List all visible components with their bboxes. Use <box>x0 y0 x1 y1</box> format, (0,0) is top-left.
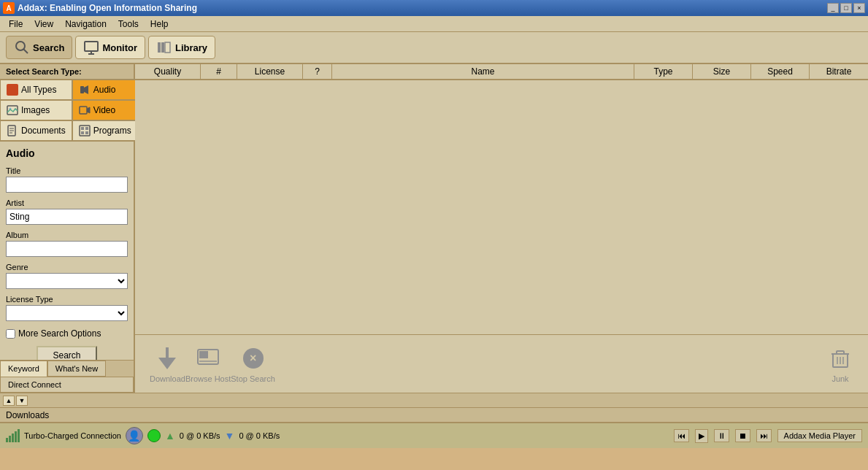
title-field-group: Title <box>6 166 128 193</box>
scroll-down-button[interactable]: ▼ <box>16 396 28 406</box>
video-icon <box>79 104 91 116</box>
tab-keyword[interactable]: Keyword <box>0 361 47 377</box>
col-quality[interactable]: Quality <box>135 64 201 79</box>
search-type-programs[interactable]: Programs <box>72 120 138 141</box>
svg-point-0 <box>16 42 25 50</box>
svg-rect-22 <box>199 351 208 358</box>
titlebar-controls[interactable]: _ □ × <box>827 3 865 13</box>
toolbar-monitor-label: Monitor <box>102 42 137 53</box>
col-bitrate[interactable]: Bitrate <box>810 64 868 79</box>
audio-form: Audio Title Artist Album Genre <box>0 142 134 360</box>
svg-rect-11 <box>80 107 87 114</box>
search-button[interactable]: Search <box>37 346 96 360</box>
documents-icon <box>7 125 18 136</box>
media-play-button[interactable]: ▶ <box>695 429 708 443</box>
status-right: ⏮ ▶ ⏸ ⏹ ⏭ Addax Media Player <box>674 429 862 443</box>
close-button[interactable]: × <box>853 3 865 13</box>
artist-label: Artist <box>6 199 128 207</box>
junk-button[interactable]: Junk <box>827 345 853 383</box>
search-type-audio[interactable]: Audio <box>72 80 138 100</box>
media-next-button[interactable]: ⏭ <box>756 429 772 442</box>
tab-whats-new[interactable]: What's New <box>47 361 106 377</box>
svg-rect-5 <box>158 42 161 53</box>
artist-input[interactable] <box>6 209 128 225</box>
monitor-icon <box>83 39 99 55</box>
download-arrow-icon: ▼ <box>225 430 235 442</box>
status-bar: Turbo-Charged Connection 👤 ▲ 0 @ 0 KB/s … <box>0 422 868 448</box>
toolbar: Search Monitor Library <box>0 32 868 64</box>
minimize-button[interactable]: _ <box>827 3 839 13</box>
search-type-grid: All Types Audio Images <box>0 80 134 142</box>
tab-direct-connect[interactable]: Direct Connect <box>0 377 134 393</box>
browse-host-button[interactable]: Browse Host <box>185 345 231 383</box>
media-stop-button[interactable]: ⏹ <box>735 429 750 442</box>
col-name[interactable]: Name <box>332 64 634 79</box>
toolbar-library-label: Library <box>175 42 207 53</box>
toolbar-monitor-button[interactable]: Monitor <box>75 36 145 59</box>
col-speed[interactable]: Speed <box>751 64 810 79</box>
search-type-label: Select Search Type: <box>0 64 134 80</box>
bar-5 <box>18 429 20 442</box>
menu-help[interactable]: Help <box>145 18 174 31</box>
svg-rect-17 <box>81 127 84 130</box>
stop-search-button[interactable]: × Stop Search <box>231 345 275 383</box>
junk-icon <box>827 345 853 371</box>
menu-view[interactable]: View <box>28 18 59 31</box>
upload-arrow-icon: ▲ <box>165 430 175 442</box>
genre-select[interactable] <box>6 273 128 289</box>
col-number[interactable]: # <box>201 64 237 79</box>
toolbar-search-button[interactable]: Search <box>6 36 72 59</box>
col-size[interactable]: Size <box>693 64 751 79</box>
maximize-button[interactable]: □ <box>840 3 852 13</box>
album-field-group: Album <box>6 231 128 257</box>
more-search-options-label: More Search Options <box>18 328 101 339</box>
search-type-documents[interactable]: Documents <box>0 120 72 141</box>
svg-rect-7 <box>165 42 170 53</box>
scroll-up-button[interactable]: ▲ <box>3 396 15 406</box>
menu-file[interactable]: File <box>3 18 28 31</box>
toolbar-search-label: Search <box>33 42 64 53</box>
bar-3 <box>12 434 14 442</box>
genre-label: Genre <box>6 263 128 271</box>
svg-rect-2 <box>85 42 98 51</box>
bar-4 <box>15 431 17 442</box>
downloads-label: Downloads <box>6 410 49 420</box>
left-tab-row: Keyword What's New <box>0 361 134 377</box>
app-icon: A <box>3 2 15 14</box>
media-pause-button[interactable]: ⏸ <box>714 429 729 442</box>
artist-field-group: Artist <box>6 199 128 225</box>
toolbar-library-button[interactable]: Library <box>148 36 215 59</box>
browse-host-label: Browse Host <box>185 374 231 383</box>
search-type-video[interactable]: Video <box>72 100 138 120</box>
license-type-select[interactable] <box>6 305 128 321</box>
download-button[interactable]: Download <box>150 345 185 383</box>
online-indicator <box>147 429 161 442</box>
app-title: Addax: Enabling Open Information Sharing <box>18 3 197 13</box>
svg-rect-18 <box>85 127 88 130</box>
signal-bars <box>6 429 20 442</box>
search-type-all-types[interactable]: All Types <box>0 80 72 100</box>
search-type-images[interactable]: Images <box>0 100 72 120</box>
results-header: Quality # License ? Name Type Size Speed… <box>135 64 868 80</box>
col-license[interactable]: License <box>237 64 303 79</box>
left-tabs: Keyword What's New Direct Connect <box>0 360 134 393</box>
more-search-options-checkbox[interactable] <box>6 329 15 339</box>
col-info[interactable]: ? <box>303 64 332 79</box>
menu-navigation[interactable]: Navigation <box>59 18 112 31</box>
license-type-field-group: License Type <box>6 295 128 321</box>
action-bar: Download Browse Host × <box>135 334 868 393</box>
library-icon <box>156 39 172 55</box>
menu-tools[interactable]: Tools <box>112 18 145 31</box>
left-panel: Select Search Type: All Types Audio <box>0 64 135 393</box>
titlebar: A Addax: Enabling Open Information Shari… <box>0 0 868 16</box>
svg-line-1 <box>24 50 28 54</box>
title-input[interactable] <box>6 177 128 193</box>
titlebar-left: A Addax: Enabling Open Information Shari… <box>3 2 197 14</box>
bar-2 <box>9 436 11 442</box>
album-input[interactable] <box>6 241 128 257</box>
col-type[interactable]: Type <box>634 64 693 79</box>
svg-rect-26 <box>837 351 844 354</box>
license-type-label: License Type <box>6 295 128 304</box>
media-prev-button[interactable]: ⏮ <box>674 429 689 442</box>
svg-rect-8 <box>80 86 84 93</box>
